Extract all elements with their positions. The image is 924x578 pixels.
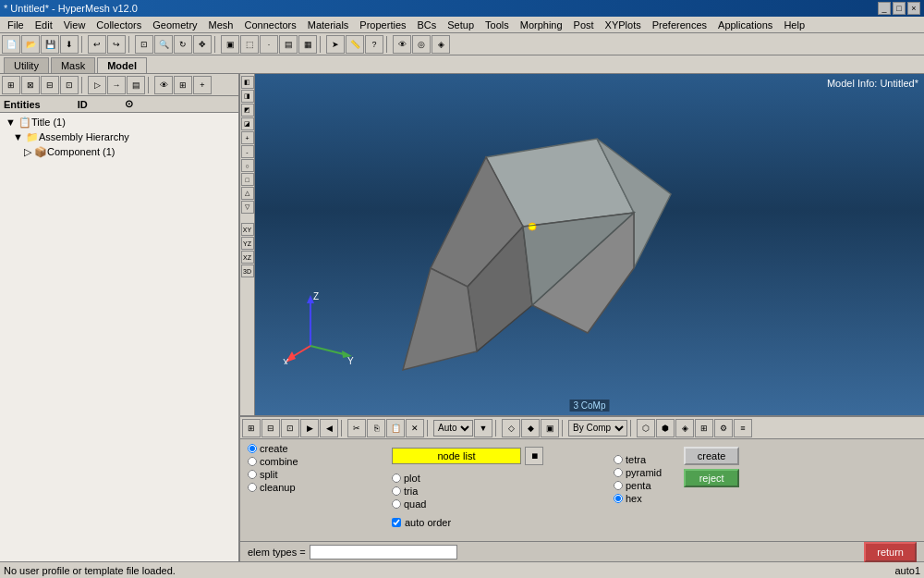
vtb-10[interactable]: ▽ (241, 201, 254, 214)
tb-save[interactable]: 💾 (41, 35, 59, 54)
menu-preferences[interactable]: Preferences (647, 17, 712, 32)
vtb-1[interactable]: ◧ (241, 76, 254, 89)
radio-tria[interactable]: tria (392, 486, 426, 497)
vtb-8[interactable]: □ (241, 173, 254, 186)
vtb-9[interactable]: △ (241, 187, 254, 200)
btb-mesh3[interactable]: ▣ (541, 419, 559, 437)
menu-connectors[interactable]: Connectors (238, 17, 301, 32)
btb-cube2[interactable]: ⬢ (656, 419, 675, 437)
auto-order-checkbox[interactable] (392, 518, 401, 527)
tb-import[interactable]: ⬇ (60, 35, 79, 54)
menu-morphing[interactable]: Morphing (515, 17, 568, 32)
tb-left-6[interactable]: ▤ (127, 76, 145, 94)
tb-new[interactable]: 📄 (2, 35, 20, 54)
btb-more[interactable]: ≡ (734, 419, 752, 437)
tb-zoom-in[interactable]: 🔍 (154, 35, 173, 54)
radio-tetra[interactable]: tetra (614, 454, 662, 465)
menu-help[interactable]: Help (778, 17, 810, 32)
tb-rotate[interactable]: ↻ (174, 35, 192, 54)
node-list-input[interactable] (392, 448, 521, 464)
tb-undo[interactable]: ↩ (88, 35, 106, 54)
menu-edit[interactable]: Edit (30, 17, 58, 32)
tb-left-3[interactable]: ⊟ (41, 76, 59, 94)
tab-mask[interactable]: Mask (51, 57, 95, 73)
btb-mesh2[interactable]: ◆ (521, 419, 540, 437)
menu-bcs[interactable]: BCs (412, 17, 443, 32)
vtb-3[interactable]: ◩ (241, 104, 254, 117)
elem-types-input[interactable] (310, 545, 457, 560)
vtb-6[interactable]: - (241, 145, 254, 158)
tb-query[interactable]: ? (365, 35, 383, 54)
tb-measure[interactable]: 📏 (346, 35, 364, 54)
vtb-7[interactable]: ○ (241, 159, 254, 172)
tb-nodes[interactable]: · (260, 35, 278, 54)
menu-post[interactable]: Post (568, 17, 600, 32)
radio-cleanup[interactable]: cleanup (248, 482, 381, 493)
node-list-reset-btn[interactable]: ⏹ (525, 447, 543, 465)
menu-tools[interactable]: Tools (480, 17, 515, 32)
btb-mesh1[interactable]: ◇ (502, 419, 520, 437)
menu-applications[interactable]: Applications (712, 17, 778, 32)
btb-cube4[interactable]: ⊞ (695, 419, 713, 437)
btb-cube3[interactable]: ◈ (675, 419, 694, 437)
return-button[interactable]: return (864, 542, 917, 562)
radio-quad[interactable]: quad (392, 498, 426, 510)
btb-delete[interactable]: ✕ (406, 419, 424, 437)
maximize-btn[interactable]: □ (893, 2, 906, 15)
btb-3[interactable]: ⊡ (281, 419, 299, 437)
tree-item-assembly[interactable]: ▼ 📁 Assembly Hierarchy (2, 129, 237, 144)
tb-left-eye[interactable]: 👁 (154, 76, 173, 94)
auto-dropdown[interactable]: Auto (433, 420, 473, 437)
radio-split[interactable]: split (248, 469, 381, 480)
menu-view[interactable]: View (58, 17, 91, 32)
tab-utility[interactable]: Utility (4, 57, 49, 73)
btb-6[interactable]: ✂ (347, 419, 366, 437)
btb-cube1[interactable]: ⬡ (637, 419, 655, 437)
radio-create[interactable]: create (248, 443, 381, 454)
menu-setup[interactable]: Setup (442, 17, 480, 32)
menu-collectors[interactable]: Collectors (91, 17, 147, 32)
tb-left-2[interactable]: ⊠ (21, 76, 40, 94)
vtb-11[interactable]: XY (241, 223, 254, 236)
radio-plot[interactable]: plot (392, 473, 426, 484)
tb-isolate[interactable]: ◈ (432, 35, 450, 54)
close-btn[interactable]: × (907, 2, 920, 15)
tb-left-arrow[interactable]: → (107, 76, 126, 94)
minimize-btn[interactable]: _ (878, 2, 891, 15)
vtb-4[interactable]: ◪ (241, 117, 254, 130)
radio-penta[interactable]: penta (614, 480, 662, 491)
tb-show[interactable]: ◎ (412, 35, 431, 54)
tb-zoom-fit[interactable]: ⊡ (135, 35, 153, 54)
btb-chevron[interactable]: ▼ (474, 419, 492, 437)
tb-select[interactable]: ➤ (326, 35, 345, 54)
reject-button[interactable]: reject (684, 469, 739, 487)
radio-pyramid[interactable]: pyramid (614, 467, 662, 478)
vtb-14[interactable]: 3D (241, 264, 254, 277)
tb-wireframe[interactable]: ⬚ (240, 35, 259, 54)
vtb-5[interactable]: + (241, 131, 254, 144)
btb-1[interactable]: ⊞ (242, 419, 261, 437)
btb-4[interactable]: ▶ (300, 419, 319, 437)
tree-item-component[interactable]: ▷ 📦 Component (1) (2, 144, 237, 159)
vtb-2[interactable]: ◨ (241, 90, 254, 103)
radio-combine[interactable]: combine (248, 456, 381, 467)
menu-file[interactable]: File (2, 17, 30, 32)
tb-pan[interactable]: ✥ (193, 35, 212, 54)
tb-left-new[interactable]: + (193, 76, 212, 94)
3d-viewport[interactable]: Model Info: Untitled* (255, 74, 924, 415)
tab-model[interactable]: Model (97, 57, 147, 73)
tb-redo[interactable]: ↪ (107, 35, 126, 54)
tb-comps[interactable]: ▦ (298, 35, 317, 54)
tb-hide[interactable]: 👁 (393, 35, 411, 54)
btb-paste[interactable]: 📋 (386, 419, 405, 437)
tb-open[interactable]: 📂 (21, 35, 40, 54)
tb-left-5[interactable]: ▷ (88, 76, 106, 94)
menu-mesh[interactable]: Mesh (203, 17, 239, 32)
btb-settings[interactable]: ⚙ (714, 419, 733, 437)
menu-properties[interactable]: Properties (354, 17, 411, 32)
btb-2[interactable]: ⊟ (261, 419, 280, 437)
menu-xyplots[interactable]: XYPlots (600, 17, 647, 32)
btb-5[interactable]: ◀ (320, 419, 338, 437)
tb-elems[interactable]: ▤ (279, 35, 298, 54)
menu-materials[interactable]: Materials (302, 17, 355, 32)
